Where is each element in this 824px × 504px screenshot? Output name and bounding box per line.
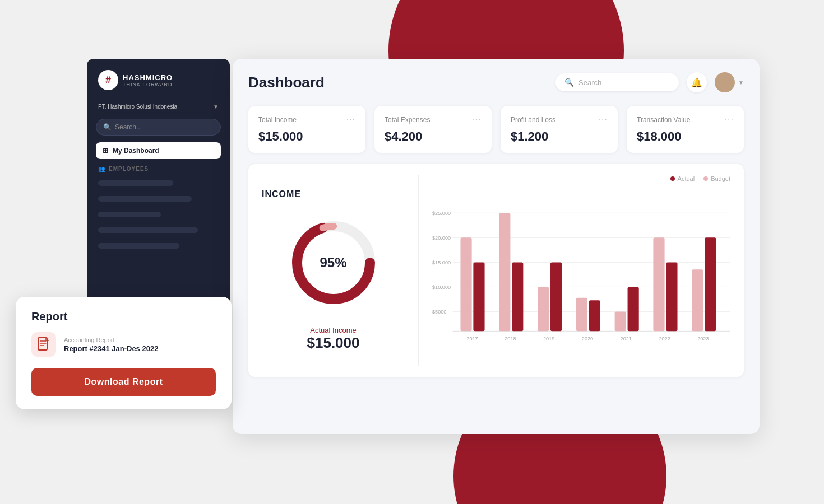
legend-actual-dot: [670, 176, 675, 181]
svg-rect-24: [615, 311, 626, 331]
sidebar-nav-item-3[interactable]: [98, 212, 161, 217]
kpi-label-0: Total Income: [258, 116, 297, 124]
legend-budget-label: Budget: [711, 175, 730, 182]
dashboard-icon: ⊞: [103, 147, 108, 155]
sidebar: # HASHMICRO THINK FORWARD PT. Hashmicro …: [87, 59, 230, 322]
kpi-more-1[interactable]: ···: [473, 115, 482, 125]
kpi-value-0: $15.000: [258, 129, 355, 144]
svg-text:$25.000: $25.000: [432, 211, 451, 216]
kpi-value-3: $18.000: [637, 129, 734, 144]
chart-legend: Actual Budget: [432, 175, 730, 182]
search-icon: 🔍: [103, 123, 112, 131]
report-file-icon: [31, 332, 56, 357]
kpi-value-1: $4.200: [385, 129, 482, 144]
avatar: [715, 72, 735, 92]
kpi-label-2: Profit and Loss: [511, 116, 555, 124]
svg-point-1: [718, 85, 732, 92]
svg-text:2017: 2017: [466, 336, 478, 342]
sidebar-search-box[interactable]: 🔍: [96, 119, 221, 136]
sidebar-logo: # HASHMICRO THINK FORWARD: [96, 70, 221, 90]
download-report-button[interactable]: Download Report: [31, 368, 216, 396]
svg-rect-28: [692, 269, 703, 331]
bar-chart: $25.000 $20.000 $15.000 $10.000 $5000: [432, 189, 730, 366]
notification-button[interactable]: 🔔: [687, 72, 707, 92]
svg-rect-27: [666, 262, 677, 331]
header-actions: 🔍 🔔 ▼: [555, 72, 744, 92]
sidebar-search-input[interactable]: [115, 123, 214, 131]
donut-center: 95%: [320, 255, 346, 270]
svg-text:$15.000: $15.000: [432, 260, 451, 265]
report-info: Accounting Report Report #2341 Jan-Des 2…: [64, 337, 158, 353]
kpi-label-1: Total Expenses: [385, 116, 430, 124]
kpi-more-2[interactable]: ···: [599, 115, 608, 125]
svg-rect-21: [550, 262, 562, 331]
brand-name: HASHMICRO: [123, 73, 173, 82]
svg-text:2019: 2019: [543, 336, 554, 342]
legend-budget-dot: [703, 176, 708, 181]
sidebar-nav-item-2[interactable]: [98, 196, 192, 202]
sidebar-item-label: My Dashboard: [113, 147, 159, 155]
logo-icon: #: [98, 70, 118, 90]
svg-rect-17: [473, 262, 484, 331]
svg-rect-16: [460, 237, 471, 331]
donut-percent: 95%: [320, 255, 346, 270]
income-chart-panel: Actual Budget $25.000: [419, 175, 730, 366]
legend-budget: Budget: [703, 175, 730, 182]
svg-rect-29: [705, 237, 716, 331]
dashboard-header: Dashboard 🔍 🔔 ▼: [248, 72, 744, 92]
svg-text:2020: 2020: [582, 336, 593, 342]
svg-rect-23: [589, 300, 600, 331]
kpi-more-0[interactable]: ···: [346, 115, 355, 125]
kpi-more-3[interactable]: ···: [725, 115, 734, 125]
legend-actual: Actual: [670, 175, 695, 182]
report-card: Report Accounting Report Report #2341 Ja…: [16, 297, 232, 409]
kpi-card-total-expenses: Total Expenses ··· $4.200: [374, 106, 492, 153]
search-icon: 🔍: [564, 78, 574, 87]
kpi-card-total-income: Total Income ··· $15.000: [248, 106, 365, 153]
kpi-card-profit-loss: Profit and Loss ··· $1.200: [501, 106, 618, 153]
report-card-title: Report: [31, 310, 216, 323]
avatar-chevron-icon: ▼: [738, 80, 744, 86]
sidebar-nav-item-5[interactable]: [98, 243, 179, 249]
dashboard-panel: Dashboard 🔍 🔔 ▼ Total Income ··· $15.000: [233, 59, 760, 434]
actual-income-value: $15.000: [307, 334, 360, 352]
svg-rect-26: [653, 237, 664, 331]
kpi-label-3: Transaction Value: [637, 116, 690, 124]
income-section: INCOME 95% Actual Income $15.000: [248, 164, 744, 377]
actual-income-label: Actual Income: [310, 326, 356, 334]
svg-rect-20: [538, 287, 549, 331]
svg-text:2018: 2018: [504, 336, 516, 342]
legend-actual-label: Actual: [678, 175, 695, 182]
user-avatar-wrapper[interactable]: ▼: [715, 72, 744, 92]
page-title: Dashboard: [248, 74, 325, 91]
kpi-card-transaction-value: Transaction Value ··· $18.000: [627, 106, 744, 153]
sidebar-item-dashboard[interactable]: ⊞ My Dashboard: [96, 142, 221, 159]
report-sub-label: Accounting Report: [64, 337, 158, 343]
sidebar-section-employees: 👥 EMPLOYEES: [96, 166, 221, 172]
svg-text:$10.000: $10.000: [432, 284, 451, 290]
svg-rect-18: [499, 213, 510, 331]
chevron-down-icon: ▼: [213, 104, 219, 110]
svg-text:$5000: $5000: [432, 309, 446, 315]
bar-chart-svg: $25.000 $20.000 $15.000 $10.000 $5000: [432, 189, 730, 366]
svg-point-0: [721, 76, 729, 84]
search-input[interactable]: [578, 78, 670, 87]
kpi-value-2: $1.200: [511, 129, 608, 144]
sidebar-nav-item-4[interactable]: [98, 227, 198, 233]
company-selector[interactable]: PT. Hashmicro Solusi Indonesia ▼: [96, 101, 221, 112]
sidebar-nav-item-1[interactable]: [98, 180, 173, 186]
svg-rect-22: [576, 298, 587, 332]
brand-tagline: THINK FORWARD: [123, 82, 173, 87]
svg-text:2021: 2021: [621, 336, 632, 342]
donut-chart: 95%: [286, 215, 381, 310]
employees-icon: 👥: [98, 166, 105, 172]
svg-rect-25: [628, 287, 639, 331]
income-donut-panel: INCOME 95% Actual Income $15.000: [262, 175, 419, 366]
income-title: INCOME: [262, 189, 301, 199]
svg-text:$20.000: $20.000: [432, 235, 451, 241]
search-box[interactable]: 🔍: [555, 73, 679, 91]
svg-rect-19: [512, 262, 523, 331]
svg-text:2023: 2023: [697, 336, 709, 342]
report-item: Accounting Report Report #2341 Jan-Des 2…: [31, 332, 216, 357]
svg-text:2022: 2022: [659, 336, 670, 342]
